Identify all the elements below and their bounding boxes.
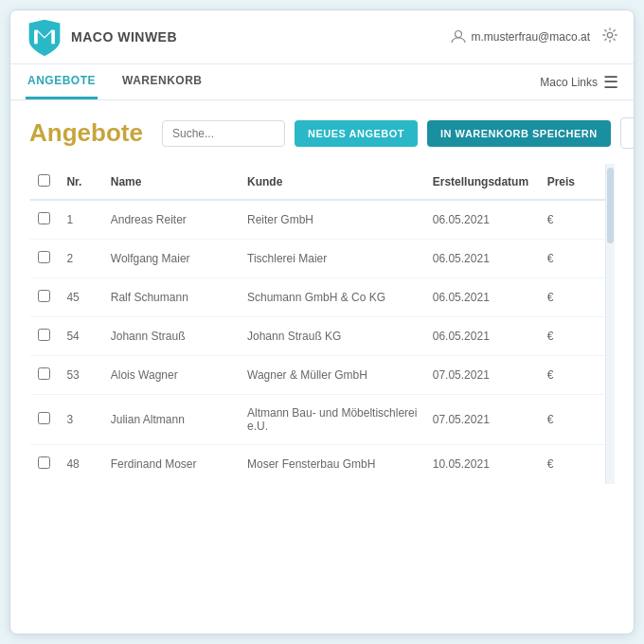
- search-input[interactable]: [162, 120, 285, 147]
- more-icon: ⋮: [631, 124, 635, 142]
- svg-rect-1: [34, 30, 38, 45]
- row-nr: 48: [59, 445, 102, 484]
- row-preis: €: [540, 356, 599, 395]
- header: MACO WINWEB m.musterfrau@maco.at: [10, 10, 634, 64]
- select-all-checkbox[interactable]: [38, 174, 50, 187]
- row-nr: 3: [59, 395, 102, 445]
- row-kunde: Reiter GmbH: [240, 200, 425, 240]
- row-kunde: Schumann GmbH & Co KG: [240, 278, 425, 317]
- header-nr: Nr.: [59, 165, 102, 201]
- row-preis: €: [540, 395, 599, 445]
- table-row: 45 Ralf Schumann Schumann GmbH & Co KG 0…: [30, 278, 615, 317]
- row-kunde: Moser Fensterbau GmbH: [240, 445, 425, 484]
- maco-logo-icon: [26, 18, 63, 56]
- row-name: Wolfgang Maier: [103, 240, 240, 278]
- header-name: Name: [103, 165, 240, 201]
- table-row: 1 Andreas Reiter Reiter GmbH 06.05.2021 …: [30, 200, 615, 240]
- row-nr: 2: [59, 240, 102, 278]
- header-checkbox-col: [30, 165, 60, 201]
- email-text: m.musterfrau@maco.at: [471, 30, 590, 44]
- row-preis: €: [540, 278, 599, 317]
- hamburger-icon: ☰: [603, 72, 618, 93]
- row-datum: 07.05.2021: [425, 395, 540, 445]
- nav-angebote[interactable]: ANGEBOTE: [26, 64, 98, 99]
- row-checkbox-cell[interactable]: [30, 278, 60, 317]
- row-nr: 53: [59, 356, 102, 395]
- row-checkbox-cell[interactable]: [30, 356, 60, 395]
- row-nr: 54: [59, 317, 102, 356]
- table-row: 48 Ferdinand Moser Moser Fensterbau GmbH…: [30, 445, 615, 484]
- row-datum: 10.05.2021: [425, 445, 540, 484]
- row-checkbox[interactable]: [38, 456, 50, 469]
- row-checkbox[interactable]: [38, 251, 50, 263]
- row-name: Alois Wagner: [103, 356, 240, 395]
- nav-bar: ANGEBOTE WARENKORB Maco Links ☰: [10, 64, 634, 100]
- nav-maco-links[interactable]: Maco Links ☰: [540, 72, 618, 93]
- header-kunde: Kunde: [240, 165, 425, 201]
- row-name: Julian Altmann: [103, 395, 240, 445]
- row-checkbox[interactable]: [38, 329, 50, 341]
- main-content: Angebote NEUES ANGEBOT IN WARENKORB SPEI…: [10, 100, 634, 634]
- row-checkbox-cell[interactable]: [30, 240, 60, 278]
- gear-icon[interactable]: [601, 27, 618, 47]
- offers-table: Nr. Name Kunde Erstellungsdatum Preis 1 …: [29, 164, 615, 484]
- row-datum: 06.05.2021: [425, 317, 540, 356]
- row-preis: €: [540, 240, 599, 278]
- logo-wrap: MACO WINWEB: [26, 18, 177, 56]
- row-checkbox-cell[interactable]: [30, 200, 60, 240]
- table-row: 2 Wolfgang Maier Tischlerei Maier 06.05.…: [30, 240, 615, 278]
- row-preis: €: [540, 200, 599, 240]
- row-datum: 06.05.2021: [425, 278, 540, 317]
- table-header-row: Nr. Name Kunde Erstellungsdatum Preis: [30, 165, 615, 201]
- maco-links-label: Maco Links: [540, 76, 598, 89]
- row-checkbox[interactable]: [38, 412, 50, 424]
- row-checkbox[interactable]: [38, 290, 50, 302]
- row-name: Ralf Schumann: [103, 278, 240, 317]
- row-name: Johann Strauß: [103, 317, 240, 356]
- row-preis: €: [540, 445, 599, 484]
- svg-point-5: [607, 32, 612, 37]
- svg-point-4: [456, 31, 462, 38]
- header-datum: Erstellungsdatum: [425, 165, 540, 201]
- app-title: MACO WINWEB: [71, 29, 177, 45]
- row-kunde: Tischlerei Maier: [240, 240, 425, 278]
- page-title: Angebote: [29, 118, 152, 148]
- row-datum: 06.05.2021: [425, 240, 540, 278]
- header-preis: Preis: [540, 165, 599, 201]
- app-window: MACO WINWEB m.musterfrau@maco.at ANGEBOT…: [9, 9, 635, 635]
- table-container: Nr. Name Kunde Erstellungsdatum Preis 1 …: [29, 164, 615, 484]
- new-offer-button[interactable]: NEUES ANGEBOT: [295, 120, 418, 147]
- table-row: 54 Johann Strauß Johann Strauß KG 06.05.…: [30, 317, 615, 356]
- row-checkbox[interactable]: [38, 212, 50, 224]
- table-row: 3 Julian Altmann Altmann Bau- und Möbelt…: [30, 395, 615, 445]
- row-preis: €: [540, 317, 599, 356]
- user-icon: [451, 29, 466, 45]
- row-datum: 06.05.2021: [425, 200, 540, 240]
- row-nr: 1: [59, 200, 102, 240]
- header-right: m.musterfrau@maco.at: [451, 27, 618, 47]
- row-checkbox-cell[interactable]: [30, 395, 60, 445]
- save-to-cart-button[interactable]: IN WARENKORB SPEICHERN: [427, 120, 611, 147]
- row-checkbox[interactable]: [38, 367, 50, 380]
- row-kunde: Johann Strauß KG: [240, 317, 425, 356]
- row-name: Andreas Reiter: [103, 200, 240, 240]
- row-checkbox-cell[interactable]: [30, 317, 60, 356]
- user-email-label: m.musterfrau@maco.at: [451, 29, 590, 45]
- table-row: 53 Alois Wagner Wagner & Müller GmbH 07.…: [30, 356, 615, 395]
- scroll-track[interactable]: [605, 164, 615, 484]
- toolbar-row: Angebote NEUES ANGEBOT IN WARENKORB SPEI…: [29, 117, 615, 149]
- row-datum: 07.05.2021: [425, 356, 540, 395]
- scroll-thumb[interactable]: [607, 168, 614, 243]
- nav-warenkorb[interactable]: WARENKORB: [120, 64, 205, 99]
- row-kunde: Wagner & Müller GmbH: [240, 356, 425, 395]
- row-name: Ferdinand Moser: [103, 445, 240, 484]
- row-checkbox-cell[interactable]: [30, 445, 60, 484]
- row-kunde: Altmann Bau- und Möbeltischlerei e.U.: [240, 395, 425, 445]
- more-options-button[interactable]: ⋮: [620, 117, 635, 149]
- svg-rect-2: [51, 30, 55, 45]
- row-nr: 45: [59, 278, 102, 317]
